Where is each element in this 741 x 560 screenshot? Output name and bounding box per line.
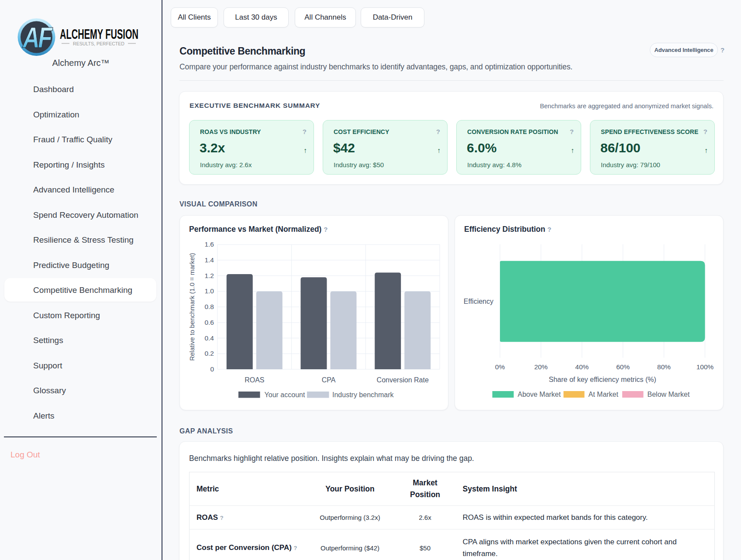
svg-text:Relative to benchmark (1.0 = m: Relative to benchmark (1.0 = market) bbox=[188, 253, 196, 361]
svg-text:0%: 0% bbox=[495, 363, 505, 371]
svg-text:AF: AF bbox=[22, 21, 53, 54]
svg-text:ALCHEMY FUSION: ALCHEMY FUSION bbox=[60, 27, 138, 41]
svg-text:0.4: 0.4 bbox=[204, 334, 214, 342]
svg-text:40%: 40% bbox=[575, 363, 589, 371]
svg-text:0.2: 0.2 bbox=[204, 350, 214, 357]
svg-text:Conversion Rate: Conversion Rate bbox=[377, 376, 429, 384]
svg-text:1.0: 1.0 bbox=[204, 287, 214, 295]
svg-text:0: 0 bbox=[210, 365, 214, 373]
svg-text:80%: 80% bbox=[657, 363, 671, 371]
svg-text:At Market: At Market bbox=[589, 391, 619, 398]
svg-text:Share of key efficiency metric: Share of key efficiency metrics (%) bbox=[549, 376, 656, 383]
svg-text:RESULTS, PERFECTED: RESULTS, PERFECTED bbox=[73, 41, 124, 46]
svg-text:1.2: 1.2 bbox=[204, 272, 214, 279]
svg-text:Industry benchmark: Industry benchmark bbox=[332, 391, 394, 399]
svg-text:1.4: 1.4 bbox=[204, 256, 214, 264]
svg-text:CPA: CPA bbox=[322, 376, 336, 384]
svg-text:Below Market: Below Market bbox=[648, 391, 690, 398]
svg-text:Efficiency: Efficiency bbox=[464, 298, 493, 305]
svg-text:Above Market: Above Market bbox=[518, 391, 561, 398]
svg-text:1.6: 1.6 bbox=[204, 240, 214, 248]
svg-text:0.8: 0.8 bbox=[204, 303, 214, 310]
svg-text:Your account: Your account bbox=[265, 391, 305, 399]
svg-text:60%: 60% bbox=[616, 363, 630, 371]
svg-text:20%: 20% bbox=[534, 363, 548, 371]
svg-text:100%: 100% bbox=[696, 363, 714, 371]
svg-text:0.6: 0.6 bbox=[204, 319, 214, 326]
svg-text:ROAS: ROAS bbox=[245, 376, 264, 384]
